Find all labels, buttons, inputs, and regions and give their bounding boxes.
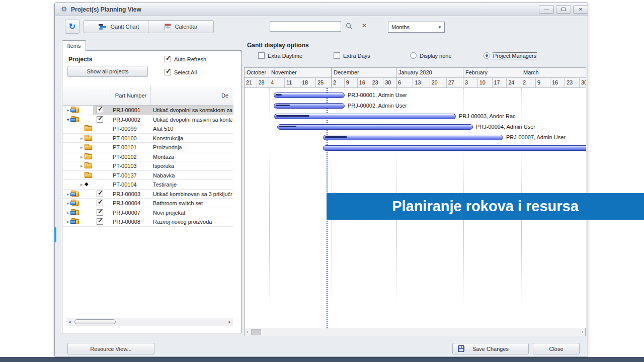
caption-banner-text: Planiranje rokova i resursa [392,198,579,215]
minimize-button[interactable]: — [539,5,554,14]
calendar-button[interactable]: Calendar [148,20,214,33]
row-checkbox[interactable] [97,218,103,225]
description-cell: Testiranje [153,182,232,188]
clear-search-icon[interactable]: ✕ [362,22,367,29]
scroll-left-icon[interactable]: ◂ [68,319,71,325]
gantt-chart-button-label: Gantt Chart [111,24,139,30]
tree-row[interactable]: ▸PT-00100Konstrukcija [63,134,233,143]
search-icon[interactable] [346,23,353,30]
expand-icon[interactable]: ▸ [67,201,69,206]
tree-row[interactable]: ▸PT-00102Montaza [63,152,233,162]
refresh-button[interactable]: ↻ [65,20,79,34]
row-checkbox[interactable] [97,209,103,216]
part-number-cell: PT-00100 [113,135,137,141]
gantt-bar[interactable] [323,135,503,140]
tree-row[interactable]: ▸PRJ-00001Utikač dvopolni sa kontaktom z… [63,106,233,115]
expand-icon[interactable]: ▸ [80,145,83,150]
close-button[interactable]: Close [533,343,580,354]
description-cell: Konstrukcija [153,135,232,141]
tree-row[interactable]: ▸PRJ-00004Bathroom switch set [63,199,233,208]
description-cell: Utikač kombinovan sa 3 priključnice [153,191,232,197]
description-cell: Nabavka [153,172,232,178]
tree-row[interactable]: ▸◆PT-00104Testiranje [63,180,233,190]
projects-panel: Projects Show all projects Auto Refresh … [62,50,242,333]
gantt-bar[interactable] [274,103,345,109]
checkbox-icon[interactable] [334,52,340,59]
expand-icon[interactable]: ▸ [67,192,69,197]
tab-items[interactable]: Items [62,40,86,51]
scrollbar-thumb[interactable] [74,319,116,324]
tree-row[interactable]: PT-00137Nabavka [63,171,233,180]
tree-horizontal-scrollbar[interactable]: ◂ ▸ [66,318,233,326]
week-header-cell: 16 [358,78,371,87]
row-checkbox[interactable] [97,107,103,113]
description-cell: Alat 510 [153,126,232,132]
month-label: November [269,68,331,78]
auto-refresh-checkbox[interactable]: Auto Refresh [165,56,206,62]
search-input[interactable] [270,21,341,32]
progress-line [279,126,296,127]
tree-row[interactable]: ▸PT-00101Proizvodnja [63,143,233,152]
week-header-cell: 4 [269,78,285,87]
gantt-bar[interactable] [274,93,345,98]
select-all-label: Select All [174,69,197,75]
gantt-chart-button[interactable]: Gantt Chart [84,20,154,33]
scroll-right-icon[interactable]: › [582,329,583,335]
row-checkbox[interactable] [97,191,103,197]
gantt-bar[interactable] [323,145,586,151]
tree-row[interactable]: PT-00099Alat 510 [63,124,233,134]
close-window-button[interactable]: ✕ [573,5,588,14]
show-all-projects-button[interactable]: Show all projects [67,66,148,77]
scale-dropdown[interactable]: Months ▼ [388,22,445,33]
diamond-icon: ◆ [85,181,89,187]
tree-row[interactable]: ▸PRJ-00008Razvoj novog proizvoda [63,217,233,227]
expand-icon[interactable]: ▸ [80,182,83,187]
title-bar[interactable]: ⚙ Project(s) Planning View — ✕ [55,3,588,16]
row-checkbox[interactable] [97,200,103,206]
scroll-right-icon[interactable]: ▸ [228,319,231,325]
gantt-horizontal-scrollbar[interactable]: ‹ › [245,328,585,336]
expand-icon[interactable]: ▸ [80,163,83,168]
slide-bottom-strip [0,357,644,362]
tree-row[interactable]: ▾PRJ-00002Utikač dvopolni masivni sa kon… [63,115,233,125]
gantt-bar[interactable] [274,114,456,119]
part-number-cell: PT-00101 [113,144,137,150]
progress-line [325,136,347,138]
row-checkbox[interactable] [97,116,103,123]
week-header-cell: 27 [447,78,463,87]
description-cell: Montaza [153,154,232,160]
select-all-checkbox[interactable]: Select All [165,69,197,75]
expand-icon[interactable]: ▸ [67,108,69,113]
tree-row[interactable]: ▸PT-00103Isporuka [63,161,233,171]
option-extra-days[interactable]: Extra Days [334,52,370,59]
scroll-left-icon[interactable]: ‹ [247,329,248,335]
expand-icon[interactable]: ▸ [67,219,69,224]
collapse-icon[interactable]: ▾ [67,117,69,122]
maximize-button[interactable] [556,5,571,14]
checkbox-icon[interactable] [165,56,171,62]
resource-view-button[interactable]: Resource View... [67,343,154,354]
option-extra-daytime[interactable]: Extra Daytime [258,52,302,59]
option-display-none[interactable]: Display none [410,52,452,59]
radio-icon[interactable] [484,52,490,59]
save-changes-label: Save Changes [472,346,509,352]
checkbox-icon[interactable] [258,52,265,59]
week-header-cell: 28 [257,78,269,87]
week-row: 2128 [245,78,269,87]
tree-row[interactable]: ▸PRJ-00003Utikač kombinovan sa 3 priklju… [63,190,233,199]
scrollbar-thumb[interactable] [251,329,261,335]
week-header-cell: 30 [383,78,396,87]
calendar-button-label: Calendar [175,24,198,30]
description-cell: Isporuka [153,163,232,169]
expand-icon[interactable]: ▸ [80,136,83,141]
checkbox-icon[interactable] [165,69,171,75]
expand-icon[interactable]: ▸ [67,210,69,215]
gantt-bar[interactable] [277,124,473,130]
tree-row[interactable]: ▸PRJ-00007Novi projekat [63,208,233,218]
option-project-managers[interactable]: Project Managers [484,52,536,59]
week-header-cell: 20 [430,78,447,87]
radio-icon[interactable] [410,52,417,59]
save-changes-button[interactable]: Save Changes [452,343,529,354]
project-folder-icon [71,108,79,113]
expand-icon[interactable]: ▸ [80,154,83,159]
